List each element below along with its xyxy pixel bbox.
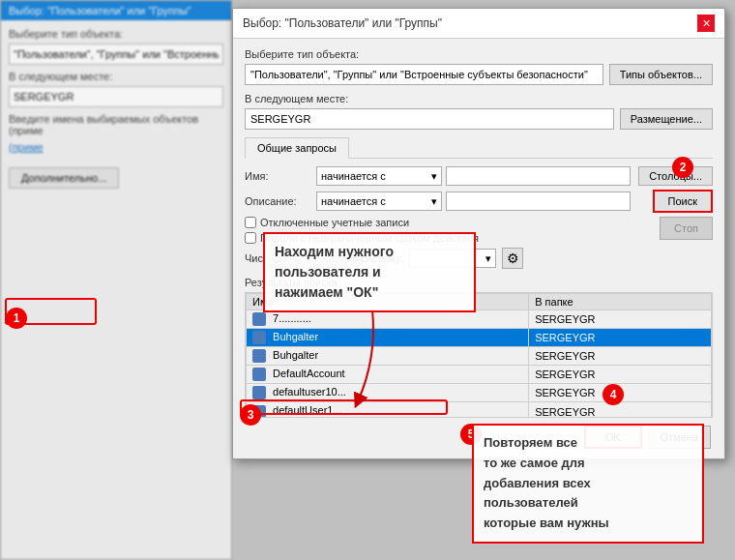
location-label: В следующем месте: xyxy=(245,93,713,104)
name-combo[interactable]: начинается с ▾ xyxy=(316,166,442,186)
type-row: Типы объектов... xyxy=(245,64,713,85)
callout-repeat: Повторяем все то же самое для добавления… xyxy=(472,424,704,544)
row-folder: SERGEYGR xyxy=(529,366,712,384)
location-input[interactable] xyxy=(245,108,614,130)
desc-text-input[interactable] xyxy=(446,192,631,211)
annotation-circle-4: 4 xyxy=(603,384,624,405)
types-button[interactable]: Типы объектов... xyxy=(609,64,713,85)
tab-bar: Общие запросы xyxy=(245,137,713,159)
stop-button[interactable]: Стоп xyxy=(660,217,713,240)
checkbox-noexpiry[interactable] xyxy=(245,232,256,244)
desc-combo[interactable]: начинается с ▾ xyxy=(316,192,442,211)
type-input[interactable] xyxy=(245,64,603,85)
bg-link[interactable]: (приме xyxy=(9,141,44,153)
name-text-input[interactable] xyxy=(446,166,631,186)
row-icon xyxy=(252,331,266,344)
annotation-circle-1: 1 xyxy=(6,308,27,329)
row-name: defaultuser10... xyxy=(273,386,346,398)
table-row[interactable]: 7........... SERGEYGR xyxy=(247,310,712,329)
col-folder-header: В папке xyxy=(529,294,712,310)
num-label: Чис xyxy=(245,252,263,264)
dialog-title: Выбор: "Пользователи" или "Группы" xyxy=(243,16,442,30)
background-window: Выбор: "Пользователи" или "Группы" Выбер… xyxy=(0,0,232,560)
location-row: Размещение... xyxy=(245,108,713,130)
row-icon xyxy=(252,368,266,381)
row-icon xyxy=(252,349,266,363)
row-icon xyxy=(252,386,266,399)
bg-location-input xyxy=(9,86,223,107)
row-folder: SERGEYGR xyxy=(529,329,712,347)
row-folder: SERGEYGR xyxy=(529,310,712,329)
search-button[interactable]: Поиск xyxy=(653,190,713,213)
bg-label-enter: Введите имена выбираемых объектов (приме xyxy=(9,113,223,136)
table-row[interactable]: Buhgalter SERGEYGR xyxy=(247,347,712,366)
table-row[interactable]: defaultUser1... SERGEYGR xyxy=(247,402,712,418)
row-name: DefaultAccount xyxy=(273,368,345,379)
bg-advanced-button[interactable]: Дополнительно... xyxy=(9,167,119,189)
row-name: Buhgalter xyxy=(273,331,318,342)
type-label: Выберите тип объекта: xyxy=(245,48,713,60)
callout-main: Находим нужного пользователя и нажимаем … xyxy=(263,232,476,312)
row-folder: SERGEYGR xyxy=(529,402,712,418)
row-name: 7........... xyxy=(273,312,311,324)
checkbox-disabled-label: Отключенные учетные записи xyxy=(260,217,409,228)
desc-row: Описание: начинается с ▾ xyxy=(245,192,631,211)
bg-title: Выбор: "Пользователи" или "Группы" xyxy=(1,1,231,20)
name-label: Имя: xyxy=(245,170,312,182)
right-buttons: Столбцы... Поиск Стоп xyxy=(638,166,713,277)
bg-label-location: В следующем месте: xyxy=(9,71,223,82)
bg-label-type: Выберите тип объекта: xyxy=(9,28,223,40)
location-button[interactable]: Размещение... xyxy=(620,108,713,130)
row-folder: SERGEYGR xyxy=(529,347,712,366)
annotation-circle-2: 2 xyxy=(672,157,693,178)
close-button[interactable]: ✕ xyxy=(697,15,715,32)
table-row[interactable]: DefaultAccount SERGEYGR xyxy=(247,366,712,384)
row-name: Buhgalter xyxy=(273,349,318,361)
dialog-titlebar: Выбор: "Пользователи" или "Группы" ✕ xyxy=(233,9,724,39)
desc-label: Описание: xyxy=(245,195,312,207)
table-row[interactable]: Buhgalter SERGEYGR xyxy=(247,329,712,347)
checkbox-disabled-row: Отключенные учетные записи xyxy=(245,217,631,228)
action-button[interactable]: ⚙ xyxy=(502,248,523,269)
name-row: Имя: начинается с ▾ xyxy=(245,166,631,186)
checkbox-disabled[interactable] xyxy=(245,217,256,228)
annotation-circle-3: 3 xyxy=(240,404,261,426)
row-icon xyxy=(252,312,266,326)
tab-general[interactable]: Общие запросы xyxy=(245,137,349,159)
row-name: defaultUser1... xyxy=(273,404,342,416)
bg-type-input xyxy=(9,44,223,65)
table-row[interactable]: defaultuser10... SERGEYGR xyxy=(247,384,712,402)
